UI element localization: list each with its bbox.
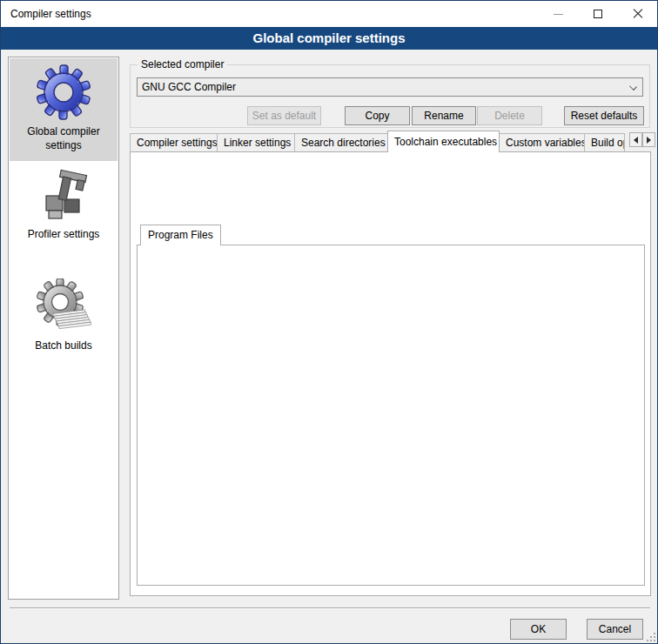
set-as-default-button[interactable]: Set as default <box>247 106 321 125</box>
cancel-button[interactable]: Cancel <box>587 619 643 640</box>
footer-divider <box>10 607 650 609</box>
page-title: Global compiler settings <box>1 27 657 50</box>
blue-gear-icon <box>36 64 91 120</box>
compiler-settings-dialog: Compiler settings Global compiler settin… <box>0 0 658 644</box>
copy-button[interactable]: Copy <box>345 106 410 125</box>
batch-builds-icon <box>36 278 91 334</box>
delete-button[interactable]: Delete <box>477 106 542 125</box>
tab-scroll-right-icon <box>647 137 655 144</box>
sidebar-item-label: Global compiler settings <box>10 124 118 152</box>
close-icon <box>633 9 643 19</box>
sidebar-item-profiler-settings[interactable]: Profiler settings <box>10 165 118 252</box>
tab-scroll-left-icon <box>630 137 638 144</box>
chevron-down-icon <box>629 83 637 91</box>
resize-grip[interactable] <box>645 631 655 641</box>
tab-scroll-right-button[interactable] <box>642 132 655 147</box>
window-title: Compiler settings <box>10 1 91 27</box>
profiler-caliper-icon <box>36 167 91 223</box>
tab-custom-variables[interactable]: Custom variables <box>499 133 585 152</box>
rename-button[interactable]: Rename <box>412 106 476 125</box>
titlebar[interactable]: Compiler settings <box>1 1 657 27</box>
tab-linker-settings[interactable]: Linker settings <box>217 133 295 152</box>
compiler-select[interactable]: GNU GCC Compiler <box>137 77 643 97</box>
sidebar-item-label: Profiler settings <box>28 227 100 241</box>
minimize-button[interactable] <box>538 1 578 27</box>
sidebar-item-batch-builds[interactable]: Batch builds <box>10 277 118 362</box>
minimize-icon <box>554 14 563 15</box>
subtab-program-files[interactable]: Program Files <box>140 225 221 245</box>
tab-compiler-settings[interactable]: Compiler settings <box>130 133 218 152</box>
reset-defaults-button[interactable]: Reset defaults <box>564 106 644 125</box>
tab-scroll-left-button[interactable] <box>629 132 642 147</box>
compiler-select-value: GNU GCC Compiler <box>142 81 236 93</box>
maximize-button[interactable] <box>578 1 618 27</box>
maximize-icon <box>594 10 602 18</box>
program-files-panel <box>137 245 645 586</box>
close-button[interactable] <box>618 1 658 27</box>
sidebar-item-label: Batch builds <box>35 339 91 352</box>
ok-button[interactable]: OK <box>510 619 567 640</box>
tab-toolchain-executables[interactable]: Toolchain executables <box>387 131 500 152</box>
tab-search-directories[interactable]: Search directories <box>294 133 388 152</box>
settings-sidebar: Global compiler settings Profiler settin… <box>8 57 119 600</box>
sidebar-item-global-compiler-settings[interactable]: Global compiler settings <box>10 58 118 161</box>
selected-compiler-group-title: Selected compiler <box>138 58 227 70</box>
tab-build-options[interactable]: Build options <box>584 133 625 152</box>
